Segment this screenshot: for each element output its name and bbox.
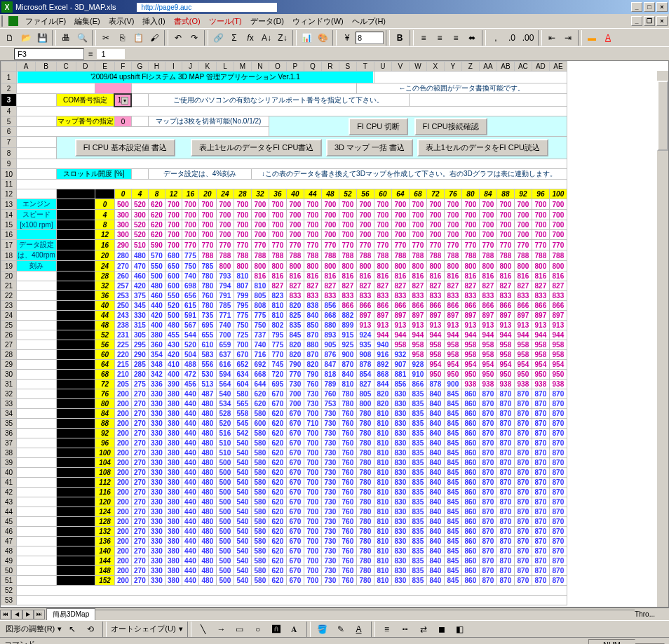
data-cell[interactable]: 591: [182, 311, 198, 321]
data-cell[interactable]: 620: [269, 497, 286, 507]
data-cell[interactable]: 700: [286, 220, 304, 230]
data-cell[interactable]: 954: [514, 360, 532, 370]
data-cell[interactable]: 800: [374, 261, 391, 271]
data-cell[interactable]: 540: [234, 507, 251, 517]
data-cell[interactable]: 620: [269, 429, 286, 438]
data-cell[interactable]: 700: [304, 576, 321, 586]
data-cell[interactable]: 845: [444, 497, 461, 507]
data-cell[interactable]: 835: [409, 497, 426, 507]
data-cell[interactable]: 270: [131, 458, 148, 468]
data-cell[interactable]: 870: [496, 488, 514, 497]
data-cell[interactable]: 238: [114, 321, 131, 330]
data-cell[interactable]: 780: [198, 301, 216, 311]
data-cell[interactable]: 540: [216, 389, 234, 399]
data-cell[interactable]: 700: [532, 199, 549, 210]
data-cell[interactable]: 845: [444, 438, 461, 448]
data-cell[interactable]: 810: [374, 458, 391, 468]
data-cell[interactable]: 827: [479, 281, 496, 291]
data-cell[interactable]: 380: [165, 409, 182, 419]
data-cell[interactable]: 440: [182, 399, 198, 409]
save-icon[interactable]: 💾: [34, 30, 50, 46]
draw-menu[interactable]: 図形の調整(R): [6, 624, 55, 634]
data-cell[interactable]: 805: [356, 389, 374, 399]
data-cell[interactable]: 500: [216, 517, 234, 527]
data-cell[interactable]: 785: [216, 301, 234, 311]
data-cell[interactable]: 860: [461, 527, 479, 537]
data-cell[interactable]: 330: [148, 419, 165, 429]
data-cell[interactable]: 700: [269, 210, 286, 220]
data-cell[interactable]: 615: [182, 301, 198, 311]
data-cell[interactable]: 835: [409, 527, 426, 537]
data-cell[interactable]: 330: [148, 556, 165, 566]
data-cell[interactable]: 336: [148, 380, 165, 389]
data-cell[interactable]: 780: [198, 281, 216, 291]
data-cell[interactable]: 610: [198, 340, 216, 350]
data-cell[interactable]: 833: [496, 291, 514, 301]
data-cell[interactable]: 870: [532, 409, 549, 419]
data-cell[interactable]: 827: [304, 281, 321, 291]
data-cell[interactable]: 833: [304, 291, 321, 301]
data-cell[interactable]: 200: [114, 576, 131, 586]
data-cell[interactable]: 670: [234, 350, 251, 360]
data-cell[interactable]: 866: [409, 380, 426, 389]
data-cell[interactable]: 870: [514, 389, 532, 399]
data-cell[interactable]: 833: [479, 291, 496, 301]
data-cell[interactable]: 780: [356, 517, 374, 527]
data-cell[interactable]: 550: [148, 261, 165, 271]
data-cell[interactable]: 860: [461, 468, 479, 478]
data-cell[interactable]: 580: [251, 566, 269, 576]
data-cell[interactable]: 860: [461, 507, 479, 517]
font-color-icon[interactable]: A: [600, 30, 616, 46]
data-cell[interactable]: 820: [286, 301, 304, 311]
data-cell[interactable]: 810: [374, 409, 391, 419]
data-cell[interactable]: 558: [234, 409, 251, 419]
data-cell[interactable]: 958: [549, 340, 567, 350]
data-cell[interactable]: 730: [321, 488, 339, 497]
data-cell[interactable]: 380: [165, 507, 182, 517]
data-cell[interactable]: 870: [549, 488, 567, 497]
data-cell[interactable]: 480: [198, 546, 216, 556]
data-cell[interactable]: 440: [182, 478, 198, 488]
data-cell[interactable]: 580: [234, 389, 251, 399]
data-cell[interactable]: 870: [496, 576, 514, 586]
merge-icon[interactable]: ⬌: [464, 30, 480, 46]
data-cell[interactable]: 938: [479, 380, 496, 389]
data-cell[interactable]: 807: [234, 281, 251, 291]
data-cell[interactable]: 788: [409, 250, 426, 261]
data-cell[interactable]: 840: [426, 556, 444, 566]
worksheet[interactable]: ABCDEFGHIJKLMNOPQRSTUVWXYZAAABACADAE1'20…: [0, 60, 669, 608]
data-cell[interactable]: 275: [131, 380, 148, 389]
data-cell[interactable]: 788: [198, 250, 216, 261]
data-cell[interactable]: 866: [339, 301, 356, 311]
data-cell[interactable]: 788: [251, 250, 269, 261]
data-cell[interactable]: 534: [216, 399, 234, 409]
data-cell[interactable]: 788: [532, 250, 549, 261]
data-cell[interactable]: 876: [321, 350, 339, 360]
data-cell[interactable]: 892: [374, 360, 391, 370]
data-cell[interactable]: 700: [251, 199, 269, 210]
data-cell[interactable]: 800: [496, 261, 514, 271]
col-header[interactable]: I: [165, 62, 182, 72]
data-cell[interactable]: 700: [321, 230, 339, 240]
data-cell[interactable]: 860: [461, 478, 479, 488]
data-cell[interactable]: 870: [479, 458, 496, 468]
data-cell[interactable]: 897: [479, 311, 496, 321]
data-cell[interactable]: 788: [444, 250, 461, 261]
data-cell[interactable]: 870: [479, 389, 496, 399]
data-cell[interactable]: 700: [304, 458, 321, 468]
data-cell[interactable]: 480: [131, 250, 148, 261]
data-cell[interactable]: 637: [216, 350, 234, 360]
data-cell[interactable]: 780: [356, 478, 374, 488]
data-cell[interactable]: 780: [356, 546, 374, 556]
col-header[interactable]: F: [114, 62, 131, 72]
data-cell[interactable]: 740: [251, 340, 269, 350]
data-cell[interactable]: 510: [216, 438, 234, 448]
close-button[interactable]: ×: [656, 2, 668, 12]
data-cell[interactable]: 830: [391, 409, 409, 419]
data-cell[interactable]: 520: [131, 220, 148, 230]
data-cell[interactable]: 840: [426, 399, 444, 409]
data-cell[interactable]: 830: [391, 448, 409, 458]
data-cell[interactable]: 827: [409, 281, 426, 291]
data-cell[interactable]: 620: [251, 389, 269, 399]
data-cell[interactable]: 870: [549, 478, 567, 488]
